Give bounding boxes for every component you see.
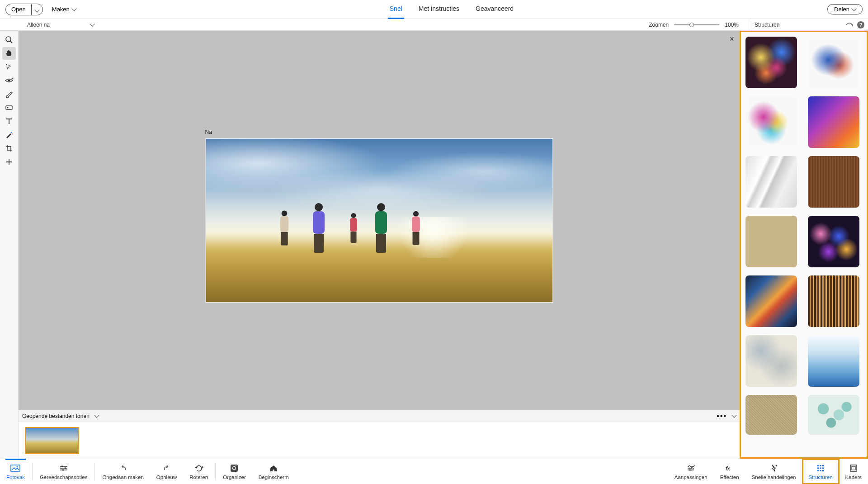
svg-rect-31 [850, 465, 857, 471]
svg-text:+: + [11, 77, 14, 81]
redeye-tool[interactable]: + [2, 74, 16, 87]
zoom-controls: Zoomen 100% [649, 22, 739, 28]
crop-tool[interactable] [2, 142, 16, 155]
home-icon [269, 464, 278, 473]
chevron-down-icon[interactable] [731, 413, 736, 418]
quick-actions-icon: + [769, 464, 778, 473]
gereedschapsopties-button[interactable]: Gereedschapsopties [33, 459, 94, 484]
reset-icon[interactable] [845, 22, 854, 28]
na-label: Na [205, 129, 212, 135]
zoom-label: Zoomen [649, 22, 669, 28]
texture-burlap[interactable] [745, 395, 797, 435]
texture-clouds-paper[interactable] [745, 335, 797, 387]
more-icon[interactable]: ••• [717, 412, 727, 420]
chevron-down-icon [71, 6, 76, 11]
tab-snel[interactable]: Snel [388, 0, 404, 19]
photo-canvas[interactable] [205, 138, 553, 303]
texture-paint-splash[interactable] [745, 96, 797, 148]
zoom-value: 100% [725, 22, 739, 28]
texture-waves-pattern[interactable] [808, 395, 859, 435]
mode-tabs: Snel Met instructies Geavanceerd [85, 0, 818, 19]
top-bar: Open Maken Snel Met instructies Geavance… [0, 0, 868, 19]
organizer-button[interactable]: Organizer [217, 459, 252, 484]
textures-icon [816, 464, 825, 473]
texture-wood-planks[interactable] [808, 275, 859, 327]
viewmode-label: Alleen na [27, 22, 50, 28]
chevron-down-icon [851, 6, 856, 11]
svg-line-1 [10, 41, 12, 43]
help-icon[interactable]: ? [857, 21, 864, 28]
ongedaan-maken-button[interactable]: Ongedaan maken [96, 459, 150, 484]
file-thumbnail[interactable] [25, 427, 79, 454]
svg-text:+: + [693, 465, 695, 467]
svg-point-17 [691, 467, 693, 469]
texture-ink-smoke[interactable] [808, 37, 859, 88]
undo-icon [118, 464, 127, 473]
aanpassingen-button[interactable]: + Aanpassingen [668, 459, 714, 484]
svg-point-5 [7, 107, 9, 109]
texture-water-blue[interactable] [808, 335, 859, 387]
open-caret[interactable] [32, 5, 42, 14]
adjustments-icon: + [686, 464, 695, 473]
texture-gradient[interactable] [808, 96, 859, 148]
tab-geavanceerd[interactable]: Geavanceerd [474, 0, 515, 19]
texture-triangles[interactable] [745, 275, 797, 327]
texture-glass-streaks[interactable] [745, 156, 797, 208]
effecten-button[interactable]: fx Effecten [714, 459, 745, 484]
delen-button[interactable]: Delen [827, 4, 863, 14]
open-button[interactable]: Open [5, 4, 43, 15]
svg-rect-4 [6, 106, 12, 109]
secondary-bar: Alleen na Zoomen 100% Structuren ? [0, 19, 868, 31]
zoom-slider[interactable] [674, 24, 719, 25]
svg-point-6 [11, 132, 12, 133]
close-icon[interactable]: × [729, 34, 734, 44]
texture-wood[interactable] [808, 156, 859, 208]
open-files-label: Geopende bestanden tonen [22, 413, 90, 419]
texture-sand[interactable] [745, 216, 797, 267]
roteren-button[interactable]: Roteren [183, 459, 214, 484]
spot-heal-tool[interactable] [2, 128, 16, 141]
zoom-thumb[interactable] [689, 23, 694, 27]
svg-rect-26 [820, 467, 821, 469]
beginscherm-button[interactable]: Beginscherm [252, 459, 295, 484]
canvas-area[interactable]: × Na [19, 31, 740, 410]
type-tool[interactable] [2, 115, 16, 128]
add-tool[interactable] [2, 156, 16, 168]
maken-label: Maken [52, 6, 70, 13]
rotate-icon [194, 464, 204, 473]
structuren-button[interactable]: Structuren [802, 459, 839, 484]
svg-rect-15 [236, 465, 236, 466]
opnieuw-button[interactable]: Opnieuw [150, 459, 183, 484]
svg-rect-27 [822, 467, 824, 469]
viewmode-dropdown[interactable]: Alleen na [27, 22, 94, 28]
photo-bin-icon [10, 464, 20, 473]
svg-rect-24 [822, 465, 824, 466]
snelle-handelingen-button[interactable]: + Snelle handelingen [745, 459, 802, 484]
svg-text:fx: fx [726, 465, 731, 472]
svg-rect-29 [820, 470, 821, 471]
open-label: Open [6, 6, 31, 13]
redo-icon [162, 464, 171, 473]
svg-rect-11 [65, 467, 66, 469]
svg-rect-12 [62, 469, 64, 470]
bottom-bar: Fotovak Gereedschapsopties Ongedaan make… [0, 459, 868, 484]
texture-bokeh-hearts[interactable] [745, 37, 797, 88]
open-files-bar: Geopende bestanden tonen ••• [19, 410, 740, 422]
hand-tool[interactable] [2, 47, 16, 60]
textures-panel [740, 31, 868, 459]
fotovak-button[interactable]: Fotovak [0, 459, 31, 484]
quick-select-tool[interactable] [2, 61, 16, 73]
svg-rect-10 [61, 465, 63, 467]
maken-button[interactable]: Maken [52, 6, 76, 13]
zoom-tool[interactable] [2, 33, 16, 46]
tool-options-icon [59, 464, 68, 473]
chevron-down-icon[interactable] [94, 413, 99, 418]
texture-bokeh-dark[interactable] [808, 216, 859, 267]
brush-tool[interactable] [2, 88, 16, 100]
svg-point-2 [8, 80, 10, 82]
svg-point-16 [689, 465, 690, 467]
svg-rect-22 [817, 465, 819, 466]
stamp-tool[interactable] [2, 101, 16, 114]
kaders-button[interactable]: Kaders [839, 459, 868, 484]
tab-met-instructies[interactable]: Met instructies [417, 0, 461, 19]
